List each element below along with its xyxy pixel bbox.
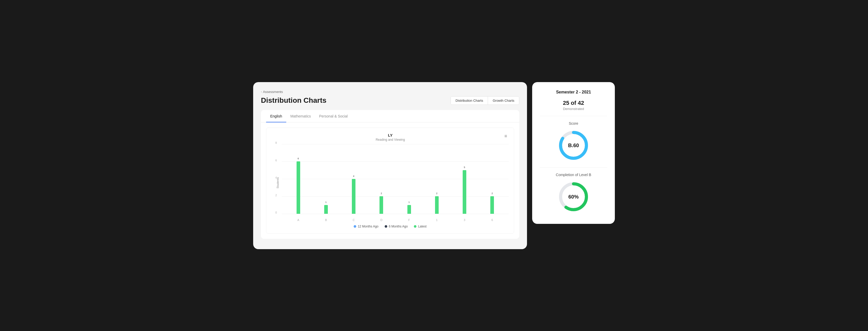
score-donut: B.60 bbox=[557, 129, 590, 162]
legend-dot-green bbox=[414, 225, 416, 228]
completion-donut: 60% bbox=[557, 180, 590, 213]
distribution-charts-button[interactable]: Distribution Charts bbox=[451, 97, 488, 105]
bar-3-green: 5 bbox=[463, 170, 466, 214]
tab-mathematics[interactable]: Mathematics bbox=[286, 110, 315, 122]
demonstrated-label: Demonstrated bbox=[563, 107, 584, 111]
grid-label-8: 8 bbox=[275, 141, 277, 144]
score-section: Score B.60 bbox=[540, 121, 607, 162]
divider-1 bbox=[540, 116, 607, 116]
tab-personal-social[interactable]: Personal & Social bbox=[315, 110, 352, 122]
breadcrumb-arrow: ‹ bbox=[261, 90, 262, 93]
chart-main-title: LY bbox=[278, 133, 503, 137]
legend-dot-blue bbox=[354, 225, 356, 228]
bars-container: 6 1 bbox=[282, 144, 509, 214]
bar-column-1: 2 bbox=[435, 196, 439, 214]
grid-label-2: 2 bbox=[275, 194, 277, 197]
x-label-6: 6 bbox=[478, 219, 506, 222]
screen-wrapper: ‹ Assessments Distribution Charts Distri… bbox=[253, 82, 615, 249]
grid-label-0: 0 bbox=[275, 211, 277, 214]
grid-label-6: 6 bbox=[275, 159, 277, 162]
chart-legend: 12 Months Ago 6 Months Ago Latest bbox=[272, 225, 509, 228]
chart-subtitle: Reading and Viewing bbox=[278, 138, 503, 141]
bar-C-green: 4 bbox=[352, 179, 355, 214]
tabs-header: English Mathematics Personal & Social bbox=[261, 110, 519, 122]
bar-C-label: 4 bbox=[353, 175, 354, 177]
completion-section: Completion of Level B 60% bbox=[540, 173, 607, 213]
bar-column-C: 4 bbox=[352, 179, 355, 214]
tabs-container: English Mathematics Personal & Social LY… bbox=[261, 110, 519, 239]
breadcrumb-parent[interactable]: Assessments bbox=[263, 90, 283, 94]
chart-menu-icon[interactable]: ≡ bbox=[503, 133, 509, 139]
x-axis-labels: A B C D F 1 3 6 bbox=[282, 219, 509, 222]
demonstrated-count: 25 of 42 bbox=[563, 100, 584, 106]
bar-1-green: 2 bbox=[435, 196, 439, 214]
chart-header: LY Reading and Viewing ≡ bbox=[272, 133, 509, 141]
x-label-1: 1 bbox=[423, 219, 451, 222]
chart-title-group: LY Reading and Viewing bbox=[278, 133, 503, 141]
x-label-C: C bbox=[340, 219, 368, 222]
divider-2 bbox=[540, 167, 607, 168]
bar-D-label: 2 bbox=[381, 192, 382, 195]
score-label: Score bbox=[540, 121, 607, 126]
bar-column-A: 6 bbox=[297, 161, 300, 214]
chart-wrapper: LY Reading and Viewing ≡ Students 8 6 4 bbox=[261, 122, 519, 239]
bar-column-F: 1 bbox=[407, 205, 411, 214]
bar-column-D: 2 bbox=[379, 196, 383, 214]
bar-column-B: 1 bbox=[324, 205, 328, 214]
x-label-D: D bbox=[368, 219, 395, 222]
x-label-3: 3 bbox=[451, 219, 478, 222]
bar-column-3: 5 bbox=[463, 170, 466, 214]
legend-label-latest: Latest bbox=[418, 225, 427, 228]
bar-A-green: 6 bbox=[297, 161, 300, 214]
page-title: Distribution Charts bbox=[261, 96, 327, 105]
bar-B-label: 1 bbox=[325, 201, 327, 203]
bar-group-F: 1 bbox=[395, 205, 423, 214]
semester-title: Semester 2 - 2021 bbox=[556, 90, 591, 95]
grid-label-4: 4 bbox=[275, 176, 277, 179]
bar-group-6: 2 bbox=[478, 196, 506, 214]
demonstrated-section: 25 of 42 Demonstrated bbox=[563, 100, 584, 111]
legend-dot-dark bbox=[385, 225, 387, 228]
score-center-value: B.60 bbox=[568, 142, 579, 148]
x-label-F: F bbox=[395, 219, 423, 222]
x-label-B: B bbox=[312, 219, 340, 222]
bar-6-label: 2 bbox=[492, 192, 493, 195]
bar-group-C: 4 bbox=[340, 179, 368, 214]
bar-F-label: 1 bbox=[408, 201, 410, 203]
x-label-A: A bbox=[284, 219, 312, 222]
bar-A-label: 6 bbox=[298, 157, 299, 160]
bar-3-label: 5 bbox=[464, 166, 465, 169]
completion-center-value: 60% bbox=[568, 194, 579, 200]
tab-english[interactable]: English bbox=[266, 110, 286, 122]
bar-6-green: 2 bbox=[490, 196, 494, 214]
chart-container: LY Reading and Viewing ≡ Students 8 6 4 bbox=[266, 128, 514, 234]
bar-B-green: 1 bbox=[324, 205, 328, 214]
bar-group-B: 1 bbox=[312, 205, 340, 214]
legend-label-6-months: 6 Months Ago bbox=[389, 225, 408, 228]
legend-latest: Latest bbox=[414, 225, 427, 228]
bar-F-green: 1 bbox=[407, 205, 411, 214]
bar-D-green: 2 bbox=[379, 196, 383, 214]
bar-chart-area: Students 8 6 4 2 0 bbox=[282, 144, 509, 222]
bar-1-label: 2 bbox=[436, 192, 437, 195]
growth-charts-button[interactable]: Growth Charts bbox=[488, 97, 519, 105]
bar-group-A: 6 bbox=[284, 161, 312, 214]
completion-label: Completion of Level B bbox=[540, 173, 607, 177]
bar-group-1: 2 bbox=[423, 196, 451, 214]
legend-label-12-months: 12 Months Ago bbox=[358, 225, 378, 228]
bar-group-D: 2 bbox=[368, 196, 395, 214]
breadcrumb: ‹ Assessments bbox=[261, 90, 519, 94]
legend-12-months: 12 Months Ago bbox=[354, 225, 378, 228]
left-panel: ‹ Assessments Distribution Charts Distri… bbox=[253, 82, 527, 249]
bar-column-6: 2 bbox=[490, 196, 494, 214]
chart-type-buttons: Distribution Charts Growth Charts bbox=[451, 96, 519, 105]
right-panel: Semester 2 - 2021 25 of 42 Demonstrated … bbox=[532, 82, 615, 224]
page-header: Distribution Charts Distribution Charts … bbox=[261, 96, 519, 105]
legend-6-months: 6 Months Ago bbox=[385, 225, 408, 228]
bar-group-3: 5 bbox=[451, 170, 478, 214]
